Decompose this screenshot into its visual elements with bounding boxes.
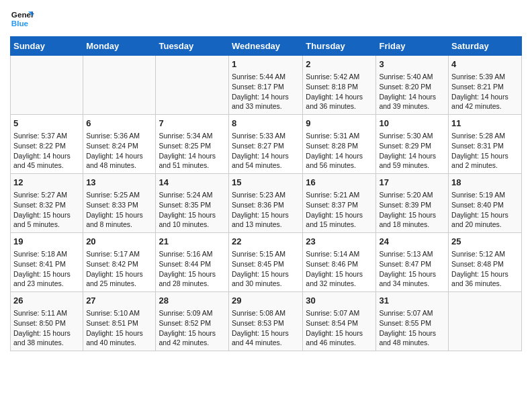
day-cell: 13Sunrise: 5:25 AMSunset: 8:33 PMDayligh… xyxy=(83,174,156,233)
day-cell: 19Sunrise: 5:18 AMSunset: 8:41 PMDayligh… xyxy=(11,233,83,292)
day-cell: 16Sunrise: 5:21 AMSunset: 8:37 PMDayligh… xyxy=(303,174,376,233)
day-info-line: Daylight: 14 hours and 36 minutes. xyxy=(306,92,373,111)
day-info-line: Sunrise: 5:18 AM xyxy=(13,249,80,259)
week-row-4: 19Sunrise: 5:18 AMSunset: 8:41 PMDayligh… xyxy=(11,233,522,292)
day-info-line: Sunrise: 5:37 AM xyxy=(13,131,80,141)
day-cell: 23Sunrise: 5:14 AMSunset: 8:46 PMDayligh… xyxy=(303,233,376,292)
day-number: 8 xyxy=(232,118,300,130)
day-info-line: Sunrise: 5:15 AM xyxy=(232,249,300,259)
page-header: General Blue xyxy=(10,7,522,31)
day-info-line: Sunset: 8:52 PM xyxy=(159,318,226,328)
day-info-line: Sunrise: 5:11 AM xyxy=(13,308,80,318)
day-cell: 15Sunrise: 5:23 AMSunset: 8:36 PMDayligh… xyxy=(229,174,303,233)
day-info-line: Sunset: 8:32 PM xyxy=(13,200,80,210)
day-info-line: Daylight: 15 hours and 25 minutes. xyxy=(86,269,152,289)
calendar-table: SundayMondayTuesdayWednesdayThursdayFrid… xyxy=(10,36,522,351)
day-info-line: Sunset: 8:22 PM xyxy=(13,141,80,151)
day-info-line: Sunrise: 5:21 AM xyxy=(306,190,373,200)
day-number: 1 xyxy=(232,58,300,71)
day-number: 29 xyxy=(232,295,300,307)
day-info-line: Sunrise: 5:27 AM xyxy=(13,190,80,200)
day-cell: 2Sunrise: 5:42 AMSunset: 8:18 PMDaylight… xyxy=(303,56,376,115)
day-info-line: Sunrise: 5:10 AM xyxy=(86,308,152,318)
day-number: 15 xyxy=(232,177,300,189)
day-info-line: Daylight: 15 hours and 8 minutes. xyxy=(86,210,152,230)
logo-icon: General Blue xyxy=(10,7,34,31)
weekday-header-friday: Friday xyxy=(376,37,449,56)
day-number: 31 xyxy=(379,295,445,307)
day-info-line: Sunset: 8:18 PM xyxy=(306,82,373,92)
day-info-line: Sunrise: 5:23 AM xyxy=(232,190,300,200)
day-info-line: Sunrise: 5:20 AM xyxy=(379,190,445,200)
day-cell: 5Sunrise: 5:37 AMSunset: 8:22 PMDaylight… xyxy=(11,115,83,174)
day-info-line: Daylight: 15 hours and 10 minutes. xyxy=(159,210,226,230)
day-number: 28 xyxy=(159,295,226,307)
week-row-1: 1Sunrise: 5:44 AMSunset: 8:17 PMDaylight… xyxy=(11,56,522,115)
day-info-line: Daylight: 15 hours and 5 minutes. xyxy=(13,210,80,230)
day-info-line: Daylight: 15 hours and 42 minutes. xyxy=(159,328,226,348)
day-info-line: Sunset: 8:39 PM xyxy=(379,200,445,210)
day-cell: 28Sunrise: 5:09 AMSunset: 8:52 PMDayligh… xyxy=(156,292,229,351)
day-info-line: Daylight: 14 hours and 45 minutes. xyxy=(13,151,80,171)
day-cell: 3Sunrise: 5:40 AMSunset: 8:20 PMDaylight… xyxy=(376,56,449,115)
day-number: 3 xyxy=(379,58,445,71)
day-number: 4 xyxy=(451,58,519,71)
day-info-line: Sunset: 8:53 PM xyxy=(232,318,300,328)
day-info-line: Sunset: 8:36 PM xyxy=(232,200,300,210)
logo: General Blue xyxy=(10,7,37,31)
day-number: 5 xyxy=(13,118,80,130)
day-info-line: Sunrise: 5:33 AM xyxy=(232,131,300,141)
day-info-line: Daylight: 14 hours and 42 minutes. xyxy=(451,92,519,111)
day-cell: 27Sunrise: 5:10 AMSunset: 8:51 PMDayligh… xyxy=(83,292,156,351)
day-info-line: Daylight: 14 hours and 33 minutes. xyxy=(232,92,300,111)
day-info-line: Daylight: 15 hours and 38 minutes. xyxy=(13,328,80,348)
day-cell: 11Sunrise: 5:28 AMSunset: 8:31 PMDayligh… xyxy=(449,115,522,174)
day-cell: 4Sunrise: 5:39 AMSunset: 8:21 PMDaylight… xyxy=(449,56,522,115)
weekday-header-monday: Monday xyxy=(83,37,156,56)
day-info-line: Sunset: 8:21 PM xyxy=(451,82,519,92)
day-number: 13 xyxy=(86,177,152,189)
day-cell xyxy=(156,56,229,115)
day-info-line: Sunset: 8:17 PM xyxy=(232,82,300,92)
day-number: 27 xyxy=(86,295,152,307)
day-info-line: Sunset: 8:33 PM xyxy=(86,200,152,210)
day-number: 11 xyxy=(451,118,519,130)
day-cell: 31Sunrise: 5:07 AMSunset: 8:55 PMDayligh… xyxy=(376,292,449,351)
day-info-line: Sunrise: 5:42 AM xyxy=(306,72,373,82)
day-info-line: Daylight: 14 hours and 54 minutes. xyxy=(232,151,300,171)
day-info-line: Sunrise: 5:16 AM xyxy=(159,249,226,259)
day-cell: 20Sunrise: 5:17 AMSunset: 8:42 PMDayligh… xyxy=(83,233,156,292)
day-cell: 24Sunrise: 5:13 AMSunset: 8:47 PMDayligh… xyxy=(376,233,449,292)
day-info-line: Daylight: 15 hours and 28 minutes. xyxy=(159,269,226,289)
day-cell xyxy=(11,56,83,115)
day-info-line: Sunrise: 5:28 AM xyxy=(451,131,519,141)
day-info-line: Daylight: 15 hours and 36 minutes. xyxy=(451,269,519,289)
svg-text:General: General xyxy=(11,10,34,19)
day-number: 22 xyxy=(232,236,300,248)
day-info-line: Sunset: 8:47 PM xyxy=(379,259,445,269)
day-number: 12 xyxy=(13,177,80,189)
day-cell: 18Sunrise: 5:19 AMSunset: 8:40 PMDayligh… xyxy=(449,174,522,233)
day-cell: 22Sunrise: 5:15 AMSunset: 8:45 PMDayligh… xyxy=(229,233,303,292)
day-cell: 30Sunrise: 5:07 AMSunset: 8:54 PMDayligh… xyxy=(303,292,376,351)
day-number: 30 xyxy=(306,295,373,307)
week-row-5: 26Sunrise: 5:11 AMSunset: 8:50 PMDayligh… xyxy=(11,292,522,351)
day-info-line: Sunset: 8:50 PM xyxy=(13,318,80,328)
day-info-line: Daylight: 15 hours and 44 minutes. xyxy=(232,328,300,348)
day-info-line: Sunrise: 5:31 AM xyxy=(306,131,373,141)
day-number: 16 xyxy=(306,177,373,189)
svg-text:Blue: Blue xyxy=(11,19,29,28)
day-info-line: Sunrise: 5:13 AM xyxy=(379,249,445,259)
weekday-header-thursday: Thursday xyxy=(303,37,376,56)
day-info-line: Sunset: 8:45 PM xyxy=(232,259,300,269)
day-cell: 12Sunrise: 5:27 AMSunset: 8:32 PMDayligh… xyxy=(11,174,83,233)
day-number: 25 xyxy=(451,236,519,248)
day-info-line: Daylight: 14 hours and 51 minutes. xyxy=(159,151,226,171)
day-info-line: Sunset: 8:20 PM xyxy=(379,82,445,92)
day-info-line: Sunset: 8:27 PM xyxy=(232,141,300,151)
day-cell: 7Sunrise: 5:34 AMSunset: 8:25 PMDaylight… xyxy=(156,115,229,174)
weekday-header-sunday: Sunday xyxy=(11,37,83,56)
day-cell: 25Sunrise: 5:12 AMSunset: 8:48 PMDayligh… xyxy=(449,233,522,292)
day-info-line: Daylight: 15 hours and 23 minutes. xyxy=(13,269,80,289)
day-info-line: Sunrise: 5:39 AM xyxy=(451,72,519,82)
